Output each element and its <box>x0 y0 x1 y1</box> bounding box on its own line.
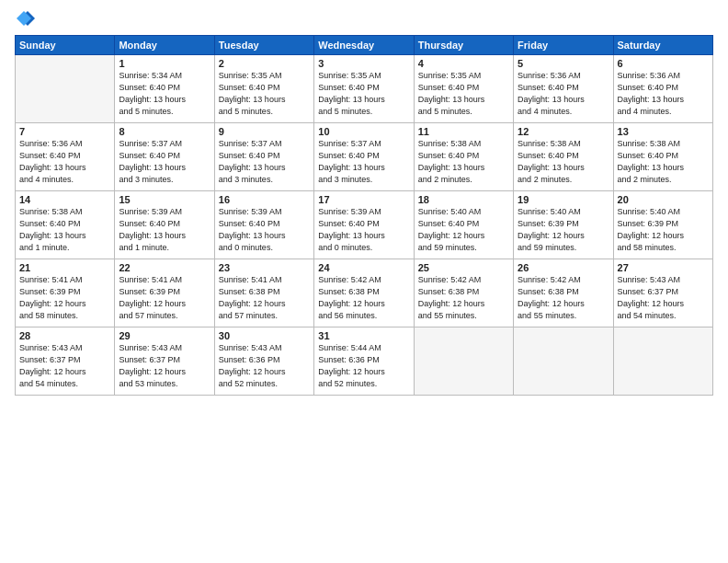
day-info: Sunrise: 5:40 AMSunset: 6:39 PMDaylight:… <box>618 206 709 254</box>
day-info: Sunrise: 5:36 AMSunset: 6:40 PMDaylight:… <box>19 138 110 186</box>
day-info: Sunrise: 5:42 AMSunset: 6:38 PMDaylight:… <box>418 274 509 322</box>
calendar-cell: 3Sunrise: 5:35 AMSunset: 6:40 PMDaylight… <box>314 55 414 123</box>
day-number: 12 <box>518 126 609 137</box>
calendar-cell: 10Sunrise: 5:37 AMSunset: 6:40 PMDayligh… <box>314 123 414 191</box>
day-number: 2 <box>219 58 310 69</box>
day-info: Sunrise: 5:43 AMSunset: 6:37 PMDaylight:… <box>19 342 110 390</box>
day-number: 26 <box>518 262 609 273</box>
calendar-cell: 17Sunrise: 5:39 AMSunset: 6:40 PMDayligh… <box>314 191 414 259</box>
day-number: 3 <box>318 58 409 69</box>
calendar-cell: 7Sunrise: 5:36 AMSunset: 6:40 PMDaylight… <box>16 123 115 191</box>
day-number: 16 <box>219 194 310 205</box>
calendar-cell: 20Sunrise: 5:40 AMSunset: 6:39 PMDayligh… <box>613 191 712 259</box>
calendar-cell: 24Sunrise: 5:42 AMSunset: 6:38 PMDayligh… <box>314 259 414 327</box>
calendar-cell: 8Sunrise: 5:37 AMSunset: 6:40 PMDaylight… <box>115 123 214 191</box>
weekday-header-monday: Monday <box>115 36 214 55</box>
day-info: Sunrise: 5:41 AMSunset: 6:39 PMDaylight:… <box>119 274 210 322</box>
day-number: 15 <box>119 194 210 205</box>
day-number: 22 <box>119 262 210 273</box>
day-number: 25 <box>418 262 509 273</box>
calendar-cell: 11Sunrise: 5:38 AMSunset: 6:40 PMDayligh… <box>414 123 513 191</box>
day-number: 29 <box>119 330 210 341</box>
day-info: Sunrise: 5:40 AMSunset: 6:39 PMDaylight:… <box>518 206 609 254</box>
calendar-cell <box>16 55 115 123</box>
weekday-header-saturday: Saturday <box>613 36 712 55</box>
calendar-cell: 25Sunrise: 5:42 AMSunset: 6:38 PMDayligh… <box>414 259 513 327</box>
day-number: 30 <box>219 330 310 341</box>
calendar-cell <box>613 327 712 396</box>
day-info: Sunrise: 5:43 AMSunset: 6:37 PMDaylight:… <box>618 274 709 322</box>
calendar-cell: 30Sunrise: 5:43 AMSunset: 6:36 PMDayligh… <box>214 327 313 396</box>
day-info: Sunrise: 5:41 AMSunset: 6:38 PMDaylight:… <box>219 274 310 322</box>
calendar-cell: 2Sunrise: 5:35 AMSunset: 6:40 PMDaylight… <box>214 55 313 123</box>
logo <box>15 9 37 29</box>
day-info: Sunrise: 5:44 AMSunset: 6:36 PMDaylight:… <box>318 342 409 390</box>
day-number: 6 <box>618 58 709 69</box>
calendar-cell: 19Sunrise: 5:40 AMSunset: 6:39 PMDayligh… <box>514 191 613 259</box>
day-number: 7 <box>19 126 110 137</box>
day-info: Sunrise: 5:43 AMSunset: 6:37 PMDaylight:… <box>119 342 210 390</box>
day-info: Sunrise: 5:38 AMSunset: 6:40 PMDaylight:… <box>618 138 709 186</box>
calendar-week-3: 14Sunrise: 5:38 AMSunset: 6:40 PMDayligh… <box>16 191 713 259</box>
calendar-cell: 28Sunrise: 5:43 AMSunset: 6:37 PMDayligh… <box>16 327 115 396</box>
calendar-week-5: 28Sunrise: 5:43 AMSunset: 6:37 PMDayligh… <box>16 327 713 396</box>
day-info: Sunrise: 5:37 AMSunset: 6:40 PMDaylight:… <box>318 138 409 186</box>
calendar-cell: 27Sunrise: 5:43 AMSunset: 6:37 PMDayligh… <box>613 259 712 327</box>
weekday-header-friday: Friday <box>514 36 613 55</box>
day-info: Sunrise: 5:39 AMSunset: 6:40 PMDaylight:… <box>219 206 310 254</box>
day-info: Sunrise: 5:35 AMSunset: 6:40 PMDaylight:… <box>418 70 509 118</box>
calendar-cell: 9Sunrise: 5:37 AMSunset: 6:40 PMDaylight… <box>214 123 313 191</box>
day-number: 1 <box>119 58 210 69</box>
day-number: 13 <box>618 126 709 137</box>
day-number: 28 <box>19 330 110 341</box>
day-info: Sunrise: 5:34 AMSunset: 6:40 PMDaylight:… <box>119 70 210 118</box>
day-info: Sunrise: 5:35 AMSunset: 6:40 PMDaylight:… <box>219 70 310 118</box>
day-number: 23 <box>219 262 310 273</box>
day-info: Sunrise: 5:39 AMSunset: 6:40 PMDaylight:… <box>119 206 210 254</box>
day-info: Sunrise: 5:42 AMSunset: 6:38 PMDaylight:… <box>518 274 609 322</box>
calendar-cell: 14Sunrise: 5:38 AMSunset: 6:40 PMDayligh… <box>16 191 115 259</box>
day-number: 9 <box>219 126 310 137</box>
day-info: Sunrise: 5:38 AMSunset: 6:40 PMDaylight:… <box>19 206 110 254</box>
day-number: 8 <box>119 126 210 137</box>
day-number: 10 <box>318 126 409 137</box>
day-number: 17 <box>318 194 409 205</box>
day-number: 20 <box>618 194 709 205</box>
calendar-cell: 31Sunrise: 5:44 AMSunset: 6:36 PMDayligh… <box>314 327 414 396</box>
day-info: Sunrise: 5:38 AMSunset: 6:40 PMDaylight:… <box>418 138 509 186</box>
calendar-cell: 21Sunrise: 5:41 AMSunset: 6:39 PMDayligh… <box>16 259 115 327</box>
day-number: 19 <box>518 194 609 205</box>
calendar-cell: 1Sunrise: 5:34 AMSunset: 6:40 PMDaylight… <box>115 55 214 123</box>
day-info: Sunrise: 5:37 AMSunset: 6:40 PMDaylight:… <box>119 138 210 186</box>
calendar-cell: 4Sunrise: 5:35 AMSunset: 6:40 PMDaylight… <box>414 55 513 123</box>
header <box>15 9 713 29</box>
day-info: Sunrise: 5:41 AMSunset: 6:39 PMDaylight:… <box>19 274 110 322</box>
calendar-cell: 6Sunrise: 5:36 AMSunset: 6:40 PMDaylight… <box>613 55 712 123</box>
day-info: Sunrise: 5:40 AMSunset: 6:40 PMDaylight:… <box>418 206 509 254</box>
day-number: 11 <box>418 126 509 137</box>
day-number: 31 <box>318 330 409 341</box>
calendar-cell <box>414 327 513 396</box>
weekday-header-thursday: Thursday <box>414 36 513 55</box>
day-info: Sunrise: 5:35 AMSunset: 6:40 PMDaylight:… <box>318 70 409 118</box>
day-info: Sunrise: 5:36 AMSunset: 6:40 PMDaylight:… <box>618 70 709 118</box>
calendar-cell: 18Sunrise: 5:40 AMSunset: 6:40 PMDayligh… <box>414 191 513 259</box>
day-info: Sunrise: 5:39 AMSunset: 6:40 PMDaylight:… <box>318 206 409 254</box>
calendar-cell <box>514 327 613 396</box>
calendar-week-2: 7Sunrise: 5:36 AMSunset: 6:40 PMDaylight… <box>16 123 713 191</box>
calendar-cell: 22Sunrise: 5:41 AMSunset: 6:39 PMDayligh… <box>115 259 214 327</box>
calendar-cell: 15Sunrise: 5:39 AMSunset: 6:40 PMDayligh… <box>115 191 214 259</box>
calendar-cell: 5Sunrise: 5:36 AMSunset: 6:40 PMDaylight… <box>514 55 613 123</box>
page: SundayMondayTuesdayWednesdayThursdayFrid… <box>0 0 728 563</box>
calendar-cell: 23Sunrise: 5:41 AMSunset: 6:38 PMDayligh… <box>214 259 313 327</box>
day-number: 4 <box>418 58 509 69</box>
calendar-cell: 29Sunrise: 5:43 AMSunset: 6:37 PMDayligh… <box>115 327 214 396</box>
day-number: 27 <box>618 262 709 273</box>
day-number: 5 <box>518 58 609 69</box>
weekday-header-wednesday: Wednesday <box>314 36 414 55</box>
day-number: 24 <box>318 262 409 273</box>
day-number: 21 <box>19 262 110 273</box>
calendar-week-1: 1Sunrise: 5:34 AMSunset: 6:40 PMDaylight… <box>16 55 713 123</box>
day-info: Sunrise: 5:37 AMSunset: 6:40 PMDaylight:… <box>219 138 310 186</box>
day-number: 18 <box>418 194 509 205</box>
